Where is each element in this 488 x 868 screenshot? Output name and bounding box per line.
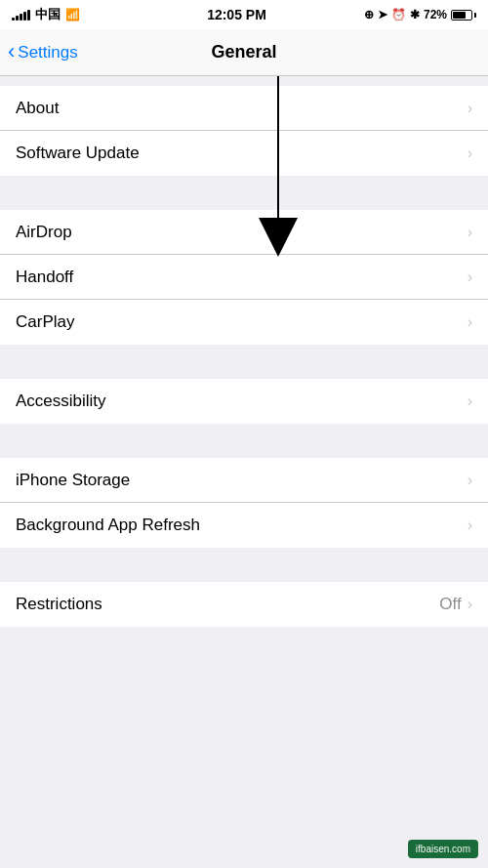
battery-fill	[453, 12, 466, 19]
accessibility-chevron: ›	[468, 393, 472, 410]
carplay-item[interactable]: CarPlay ›	[0, 300, 488, 345]
signal-bars	[12, 9, 30, 21]
section-4: iPhone Storage › Background App Refresh …	[0, 458, 488, 548]
restrictions-value: Off	[439, 595, 461, 614]
separator-top	[0, 76, 488, 86]
section-3: Accessibility ›	[0, 379, 488, 424]
signal-bar-5	[27, 10, 30, 21]
iphone-storage-item[interactable]: iPhone Storage ›	[0, 458, 488, 503]
software-update-item[interactable]: Software Update ›	[0, 131, 488, 176]
separator-3	[0, 424, 488, 458]
background-app-refresh-chevron: ›	[468, 517, 472, 534]
carrier-label: 中国	[35, 6, 61, 23]
status-left: 中国 📶	[12, 6, 109, 23]
status-right: ⊕ ➤ ⏰ ✱ 72%	[364, 8, 476, 21]
status-bar: 中国 📶 12:05 PM ⊕ ➤ ⏰ ✱ 72%	[0, 0, 488, 29]
about-chevron: ›	[468, 100, 472, 117]
carplay-label: CarPlay	[16, 312, 74, 332]
back-label[interactable]: Settings	[18, 43, 77, 62]
background-app-refresh-right: ›	[468, 517, 472, 534]
airdrop-chevron: ›	[468, 224, 472, 241]
about-item[interactable]: About ›	[0, 86, 488, 131]
section-5: Restrictions Off ›	[0, 582, 488, 627]
background-app-refresh-item[interactable]: Background App Refresh ›	[0, 503, 488, 548]
location-icon: ⊕	[364, 8, 374, 21]
separator-2	[0, 345, 488, 379]
section-2: AirDrop › Handoff › CarPlay ›	[0, 210, 488, 345]
restrictions-right: Off ›	[439, 595, 472, 614]
watermark: ifbaisen.com	[408, 840, 478, 858]
iphone-storage-right: ›	[468, 472, 472, 489]
back-button[interactable]: ‹ Settings	[8, 43, 78, 62]
airdrop-item[interactable]: AirDrop ›	[0, 210, 488, 255]
accessibility-item[interactable]: Accessibility ›	[0, 379, 488, 424]
software-update-chevron: ›	[468, 145, 472, 162]
about-right: ›	[468, 100, 472, 117]
wifi-icon: 📶	[65, 8, 80, 21]
software-update-right: ›	[468, 145, 472, 162]
carplay-chevron: ›	[468, 313, 472, 331]
accessibility-label: Accessibility	[16, 392, 106, 411]
signal-bar-1	[12, 18, 15, 21]
restrictions-item[interactable]: Restrictions Off ›	[0, 582, 488, 627]
signal-bar-3	[20, 14, 22, 21]
back-chevron-icon: ‹	[8, 41, 15, 62]
accessibility-right: ›	[468, 393, 472, 410]
bluetooth-icon: ✱	[410, 8, 420, 21]
handoff-item[interactable]: Handoff ›	[0, 255, 488, 300]
carplay-right: ›	[468, 313, 472, 331]
signal-bar-4	[23, 12, 26, 21]
alarm-icon: ⏰	[391, 8, 406, 21]
handoff-chevron: ›	[468, 269, 472, 286]
page-title: General	[211, 42, 276, 62]
handoff-label: Handoff	[16, 268, 73, 287]
handoff-right: ›	[468, 269, 472, 286]
status-time: 12:05 PM	[207, 7, 266, 22]
battery-indicator	[451, 10, 476, 21]
separator-4	[0, 548, 488, 582]
battery-body	[451, 10, 472, 21]
separator-1	[0, 176, 488, 210]
battery-percent: 72%	[424, 8, 447, 21]
iphone-storage-chevron: ›	[468, 472, 472, 489]
restrictions-chevron: ›	[468, 596, 472, 613]
restrictions-label: Restrictions	[16, 595, 102, 614]
section-1: About › Software Update ›	[0, 86, 488, 176]
page-wrapper: 中国 📶 12:05 PM ⊕ ➤ ⏰ ✱ 72% ‹ Settings Gen…	[0, 0, 488, 666]
bottom-padding	[0, 627, 488, 666]
about-label: About	[16, 99, 59, 118]
airdrop-right: ›	[468, 224, 472, 241]
battery-tip	[474, 13, 476, 18]
background-app-refresh-label: Background App Refresh	[16, 516, 200, 535]
airdrop-label: AirDrop	[16, 223, 72, 242]
software-update-label: Software Update	[16, 144, 140, 163]
signal-bar-2	[16, 16, 19, 21]
arrow-icon: ➤	[378, 8, 387, 21]
iphone-storage-label: iPhone Storage	[16, 471, 130, 490]
nav-bar: ‹ Settings General	[0, 29, 488, 76]
